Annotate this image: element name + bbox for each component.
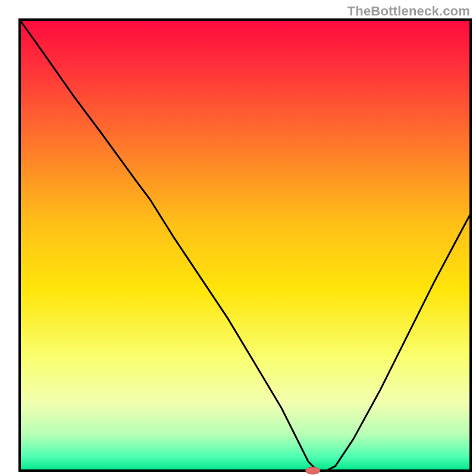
chart-canvas xyxy=(0,0,476,476)
watermark-text: TheBottleneck.com xyxy=(347,4,470,19)
bottleneck-chart: TheBottleneck.com xyxy=(0,0,476,476)
optimal-point-marker xyxy=(306,467,320,474)
plot-background xyxy=(20,20,471,471)
